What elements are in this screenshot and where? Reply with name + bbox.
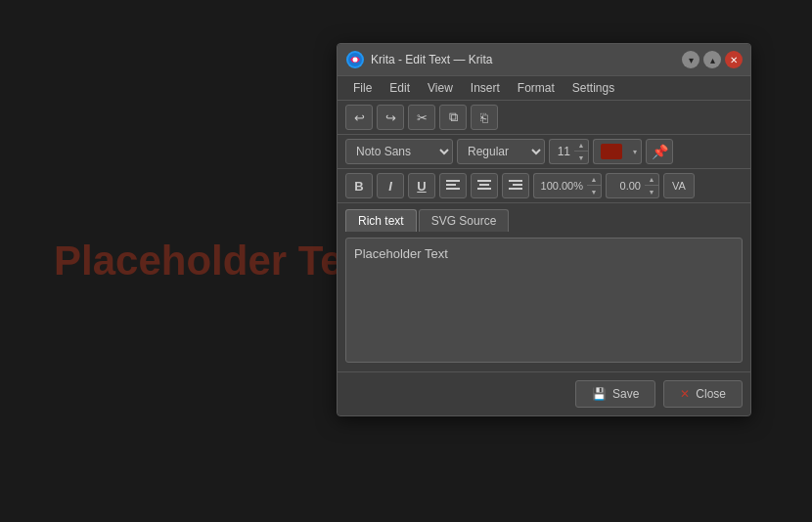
va-label: VA <box>672 180 686 192</box>
save-icon: 💾 <box>592 387 607 401</box>
canvas-placeholder-text: Placeholder Text <box>54 238 380 284</box>
offset-input[interactable] <box>606 173 645 198</box>
font-size-down-button[interactable]: ▼ <box>574 152 588 163</box>
format-toolbar: B I U <box>338 169 750 203</box>
line-spacing-input[interactable] <box>533 173 587 198</box>
svg-rect-7 <box>479 184 489 186</box>
toolbar: ↩ ↪ ✂ ⧉ ⎗ <box>338 101 750 135</box>
svg-rect-8 <box>477 188 491 190</box>
close-button[interactable]: ✕ Close <box>663 380 743 408</box>
tabs-row: Rich text SVG Source <box>338 203 750 232</box>
svg-rect-3 <box>446 180 460 182</box>
close-window-button[interactable]: ✕ <box>725 51 743 68</box>
krita-logo-icon <box>345 50 365 69</box>
svg-rect-9 <box>509 180 522 182</box>
menu-insert[interactable]: Insert <box>463 79 508 97</box>
font-size-up-button[interactable]: ▲ <box>574 140 588 152</box>
tab-rich-text[interactable]: Rich text <box>345 209 417 232</box>
svg-rect-4 <box>446 184 456 186</box>
font-size-spinbox: ▲ ▼ <box>549 139 589 164</box>
underline-button[interactable]: U <box>408 173 435 198</box>
paste-icon: ⎗ <box>480 110 488 125</box>
line-spacing-arrows: ▲ ▼ <box>587 173 602 198</box>
undo-icon: ↩ <box>354 110 365 125</box>
tab-svg-source[interactable]: SVG Source <box>419 209 510 232</box>
font-size-input[interactable] <box>549 139 574 164</box>
line-spacing-up-button[interactable]: ▲ <box>587 174 601 186</box>
edit-text-dialog: Krita - Edit Text — Krita ▾ ▴ ✕ File Edi… <box>337 43 751 416</box>
close-label: Close <box>696 387 726 401</box>
underline-icon: U <box>417 179 426 194</box>
editor-area: Placeholder Text <box>338 232 750 371</box>
pin-icon: 📌 <box>652 144 668 159</box>
menu-view[interactable]: View <box>420 79 461 97</box>
copy-icon: ⧉ <box>449 109 458 125</box>
title-bar-controls: ▾ ▴ ✕ <box>682 51 743 68</box>
offset-down-button[interactable]: ▼ <box>645 186 658 197</box>
redo-icon: ↪ <box>385 110 396 125</box>
copy-button[interactable]: ⧉ <box>439 105 467 130</box>
text-editor-input[interactable]: Placeholder Text <box>345 238 743 363</box>
font-size-arrows: ▲ ▼ <box>574 139 589 164</box>
italic-button[interactable]: I <box>377 173 404 198</box>
save-label: Save <box>612 387 639 401</box>
close-icon: ✕ <box>680 387 690 401</box>
menu-settings[interactable]: Settings <box>564 79 622 97</box>
maximize-button[interactable]: ▴ <box>703 51 721 68</box>
title-bar: Krita - Edit Text — Krita ▾ ▴ ✕ <box>338 44 750 76</box>
text-color-button[interactable] <box>593 139 628 164</box>
font-toolbar: Noto Sans Regular Bold Italic Bold Itali… <box>338 135 750 169</box>
color-dropdown-button[interactable]: ▾ <box>628 139 642 164</box>
svg-rect-11 <box>509 188 522 190</box>
align-right-button[interactable] <box>502 173 529 198</box>
paste-button[interactable]: ⎗ <box>471 105 498 130</box>
bottom-bar: 💾 Save ✕ Close <box>338 371 750 415</box>
dialog-title: Krita - Edit Text — Krita <box>371 53 492 66</box>
menu-format[interactable]: Format <box>510 79 563 97</box>
offset-spinbox: ▲ ▼ <box>606 173 659 198</box>
minimize-button[interactable]: ▾ <box>682 51 699 68</box>
align-center-button[interactable] <box>471 173 498 198</box>
redo-button[interactable]: ↪ <box>377 105 404 130</box>
line-spacing-spinbox: ▲ ▼ <box>533 173 602 198</box>
pin-button[interactable]: 📌 <box>646 139 673 164</box>
menu-file[interactable]: File <box>345 79 380 97</box>
bold-icon: B <box>354 179 363 194</box>
svg-rect-5 <box>446 188 460 190</box>
offset-arrows: ▲ ▼ <box>645 173 659 198</box>
line-spacing-down-button[interactable]: ▼ <box>587 186 601 197</box>
va-button[interactable]: VA <box>663 173 695 198</box>
align-left-icon <box>446 180 460 192</box>
save-button[interactable]: 💾 Save <box>575 380 655 408</box>
color-swatch <box>601 144 622 159</box>
bold-button[interactable]: B <box>345 173 373 198</box>
svg-rect-10 <box>513 184 522 186</box>
align-left-button[interactable] <box>439 173 467 198</box>
offset-up-button[interactable]: ▲ <box>645 174 658 186</box>
italic-icon: I <box>388 179 392 194</box>
cut-icon: ✂ <box>417 110 428 125</box>
menu-bar: File Edit View Insert Format Settings <box>338 76 750 101</box>
title-bar-left: Krita - Edit Text — Krita <box>345 50 492 69</box>
menu-edit[interactable]: Edit <box>382 79 418 97</box>
color-picker-group: ▾ <box>593 139 642 164</box>
font-style-select[interactable]: Regular Bold Italic Bold Italic <box>457 139 545 164</box>
svg-point-2 <box>353 58 358 63</box>
undo-button[interactable]: ↩ <box>345 105 373 130</box>
align-right-icon <box>509 180 522 192</box>
font-family-select[interactable]: Noto Sans <box>345 139 453 164</box>
cut-button[interactable]: ✂ <box>408 105 435 130</box>
svg-rect-6 <box>477 180 491 182</box>
align-center-icon <box>477 180 491 192</box>
